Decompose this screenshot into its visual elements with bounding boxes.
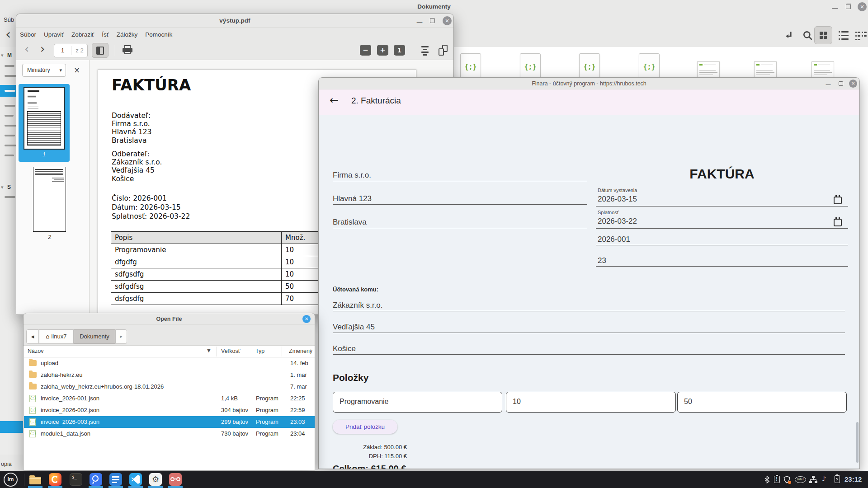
item-price-input[interactable]: 50 xyxy=(677,392,847,413)
column-header-size[interactable]: Veľkosť xyxy=(221,348,240,354)
fm-menubar-truncated[interactable]: Súb xyxy=(4,16,14,23)
bluetooth-icon[interactable] xyxy=(764,476,770,483)
maximize-button[interactable] xyxy=(430,18,435,23)
app-firefox[interactable] xyxy=(49,473,61,486)
minimize-button[interactable]: — xyxy=(825,82,831,89)
sidebar-item[interactable] xyxy=(5,145,16,146)
app-xreader[interactable] xyxy=(169,473,182,486)
sidebar-item[interactable] xyxy=(5,125,17,127)
menu-item-go[interactable]: Ísť xyxy=(102,31,109,38)
column-header-modified[interactable]: Zmenený xyxy=(289,348,312,354)
section-caret-icon[interactable]: ▾ xyxy=(1,52,4,58)
fit-width-button[interactable] xyxy=(421,45,429,56)
minimize-button[interactable]: — xyxy=(416,19,423,26)
close-button[interactable]: × xyxy=(302,315,311,323)
clipboard-icon[interactable]: ! xyxy=(774,476,780,483)
json-file-icon[interactable]: {;} xyxy=(520,53,541,80)
dialog-titlebar[interactable]: Open File × xyxy=(24,313,315,325)
sidebar-toggle-button[interactable] xyxy=(92,43,108,58)
minimize-button[interactable]: — xyxy=(832,5,838,12)
grid-view-button[interactable] xyxy=(814,26,832,44)
sidebar-item[interactable] xyxy=(5,105,15,107)
search-icon[interactable] xyxy=(802,30,814,42)
path-host-button[interactable]: ⌂ linux7 xyxy=(39,329,74,344)
compact-view-button[interactable] xyxy=(855,30,867,42)
close-button[interactable]: × xyxy=(849,80,857,88)
json-file-icon[interactable]: {;} xyxy=(460,53,481,80)
close-button[interactable]: × xyxy=(858,2,867,11)
path-back-button[interactable]: ◀ xyxy=(26,329,39,344)
json-file-icon[interactable]: {;} xyxy=(639,53,660,80)
app-vscode[interactable] xyxy=(129,473,142,486)
file-row[interactable]: {;} module1_data.json 730 bajtov Program… xyxy=(24,428,315,440)
menu-item-view[interactable]: Zobraziť xyxy=(71,31,94,38)
file-row[interactable]: upload 14. feb xyxy=(24,357,315,369)
home-icon: ⌂ xyxy=(46,333,50,340)
print-button[interactable] xyxy=(121,44,134,56)
zoom-out-button[interactable]: − xyxy=(360,45,371,56)
menu-item-edit[interactable]: Upraviť xyxy=(44,31,64,38)
sidebar-item[interactable] xyxy=(5,65,14,67)
menu-item-file[interactable]: Súbor xyxy=(20,31,36,38)
shield-icon[interactable] xyxy=(783,476,790,483)
battery-icon[interactable] xyxy=(835,475,840,483)
back-arrow-button[interactable]: ← xyxy=(330,94,339,107)
close-button[interactable]: × xyxy=(443,16,452,25)
page-thumbnail-1[interactable]: 1 xyxy=(19,84,70,162)
sidebar-item[interactable] xyxy=(5,155,14,156)
sidebar-item[interactable] xyxy=(5,135,15,136)
item-description-input[interactable]: Programovanie xyxy=(333,392,502,413)
path-forward-button[interactable]: ▸ xyxy=(115,329,127,344)
fm-back-button[interactable]: ‹ xyxy=(5,26,11,42)
json-file-icon[interactable]: {;} xyxy=(579,53,600,80)
app-settings[interactable]: ⚙ xyxy=(149,473,162,486)
path-folder-button[interactable]: Dokumenty xyxy=(74,329,115,344)
network-icon[interactable] xyxy=(809,476,817,483)
media-player-icon[interactable]: ♪ xyxy=(822,475,826,483)
page-number-input[interactable]: 1 xyxy=(54,44,71,57)
folder-icon xyxy=(29,360,37,366)
page-thumbnail-2[interactable] xyxy=(33,167,66,232)
zoom-in-button[interactable]: + xyxy=(377,45,388,56)
column-header-name[interactable]: Názov xyxy=(28,348,43,354)
scrollbar[interactable] xyxy=(856,422,859,463)
file-row[interactable]: zaloha_weby_hekrz.eu+hrubos.org-18.01.20… xyxy=(24,381,315,393)
zoom-original-button[interactable]: 1 xyxy=(394,45,405,56)
menu-item-help[interactable]: Pomocník xyxy=(145,31,172,38)
menu-button[interactable]: lm xyxy=(4,473,18,487)
item-quantity-input[interactable]: 10 xyxy=(506,392,676,413)
page-number-box[interactable]: 1 z 2 xyxy=(54,44,88,57)
menu-item-bookmarks[interactable]: Záložky xyxy=(117,31,138,38)
app-signal[interactable] xyxy=(90,473,102,486)
add-item-button[interactable]: Pridať položku xyxy=(333,420,397,434)
section-caret-icon[interactable]: ▾ xyxy=(1,184,4,190)
column-header-type[interactable]: Typ xyxy=(255,348,264,354)
pdf-titlebar[interactable]: výstup.pdf — × xyxy=(16,14,453,28)
sidebar-section-label: S xyxy=(7,184,11,190)
sidebar-item-truncated[interactable]: opia xyxy=(1,461,12,467)
app-terminal[interactable]: $_ xyxy=(70,473,82,486)
dual-page-button[interactable] xyxy=(438,45,448,56)
next-page-button[interactable]: › xyxy=(40,42,45,56)
file-row[interactable]: {;} invoice_2026-001.json 1,4 kB Program… xyxy=(24,393,315,404)
maximize-button[interactable] xyxy=(839,81,843,86)
clock[interactable]: 23:12 xyxy=(844,475,862,483)
location-entry-icon[interactable] xyxy=(783,30,795,42)
close-sidebar-icon[interactable]: × xyxy=(74,64,80,77)
file-row-selected[interactable]: {;} invoice_2026-003.json 299 bajtov Pro… xyxy=(24,416,315,428)
sidebar-item[interactable] xyxy=(5,75,16,77)
app-text-editor[interactable] xyxy=(109,473,122,486)
file-row[interactable]: {;} invoice_2026-002.json 304 bajtov Pro… xyxy=(24,404,315,416)
signal-icon xyxy=(92,475,99,482)
fm-titlebar[interactable]: Dokumenty — × xyxy=(0,0,868,14)
intel-icon[interactable]: intel xyxy=(795,476,806,483)
prev-page-button[interactable]: ‹ xyxy=(24,42,29,56)
sidebar-item[interactable] xyxy=(5,115,14,117)
sidebar-mode-dropdown[interactable]: Miniatúry ▾ xyxy=(22,64,66,77)
maximize-button[interactable] xyxy=(846,4,851,9)
app-files[interactable] xyxy=(29,473,42,486)
sidebar-item[interactable] xyxy=(5,196,15,198)
finara-titlebar[interactable]: Finara - účtovný program - https://hrubo… xyxy=(319,78,859,89)
file-row[interactable]: zaloha-hekrz.eu 1. mar xyxy=(24,369,315,381)
list-view-button[interactable] xyxy=(839,30,850,42)
